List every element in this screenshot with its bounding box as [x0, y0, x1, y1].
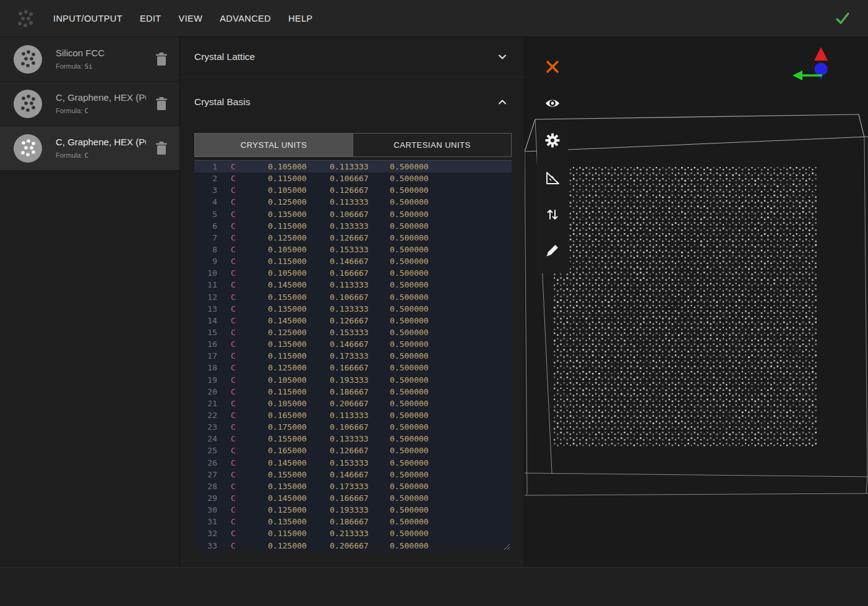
basis-row[interactable]: 20 C 0.115000 0.186667 0.500000: [194, 386, 512, 398]
coord-z: 0.500000: [390, 458, 429, 467]
basis-row[interactable]: 25 C 0.165000 0.126667 0.500000: [194, 445, 512, 456]
basis-table: 1 C 0.105000 0.113333 0.500000 2 C 0.115…: [194, 161, 512, 552]
axes-gizmo[interactable]: [788, 42, 856, 92]
section-crystal-lattice[interactable]: Crystal Lattice: [181, 37, 524, 77]
basis-row[interactable]: 23 C 0.175000 0.106667 0.500000: [194, 421, 512, 433]
material-avatar: [14, 90, 42, 118]
coord-y: 0.106667: [330, 210, 369, 219]
visibility-eye-icon[interactable]: [544, 95, 561, 111]
menu-item[interactable]: INPUT/OUTPUT: [53, 14, 122, 23]
section-title: Crystal Basis: [194, 96, 250, 108]
coord-z: 0.500000: [390, 210, 429, 219]
basis-row[interactable]: 10 C 0.105000 0.166667 0.500000: [194, 267, 512, 279]
coord-z: 0.500000: [390, 493, 429, 503]
element-symbol: C: [231, 375, 237, 385]
material-list-item[interactable]: C, Graphene, HEX (P6/mmm) Formula: C: [0, 126, 179, 171]
chevron-up-icon[interactable]: [497, 96, 508, 108]
basis-row[interactable]: 16 C 0.135000 0.146667 0.500000: [194, 338, 512, 350]
coord-z: 0.500000: [390, 470, 429, 479]
close-icon[interactable]: [544, 59, 561, 75]
menu-item[interactable]: EDIT: [140, 14, 161, 23]
coord-x: 0.135000: [268, 210, 307, 219]
measure-set-square-icon[interactable]: [544, 170, 561, 186]
basis-row[interactable]: 31 C 0.135000 0.186667 0.500000: [194, 516, 512, 527]
basis-row[interactable]: 11 C 0.145000 0.113333 0.500000: [194, 279, 512, 291]
coord-y: 0.153333: [330, 458, 369, 467]
row-number: 25: [194, 446, 217, 455]
basis-row[interactable]: 13 C 0.135000 0.133333 0.500000: [194, 303, 512, 315]
tab-cartesian-units[interactable]: CARTESIAN UNITS: [353, 134, 511, 156]
coord-x: 0.145000: [268, 458, 307, 467]
basis-row[interactable]: 7 C 0.125000 0.126667 0.500000: [194, 232, 512, 244]
basis-row[interactable]: 2 C 0.115000 0.106667 0.500000: [194, 173, 512, 184]
delete-material-button[interactable]: [155, 96, 168, 111]
basis-row[interactable]: 29 C 0.145000 0.166667 0.500000: [194, 492, 512, 504]
sort-vertical-arrows-icon[interactable]: [544, 207, 561, 223]
coord-x: 0.105000: [268, 375, 307, 385]
basis-row[interactable]: 27 C 0.155000 0.146667 0.500000: [194, 469, 512, 480]
coord-x: 0.105000: [268, 162, 307, 171]
element-symbol: C: [231, 446, 237, 455]
edit-pencil-icon[interactable]: [544, 242, 561, 258]
material-formula: Formula: C: [56, 107, 146, 115]
basis-row[interactable]: 33 C 0.125000 0.206667 0.500000: [194, 540, 512, 552]
basis-row[interactable]: 21 C 0.105000 0.206667 0.500000: [194, 398, 512, 409]
basis-row[interactable]: 30 C 0.125000 0.193333 0.500000: [194, 504, 512, 516]
coord-y: 0.113333: [330, 411, 369, 420]
coord-x: 0.155000: [268, 470, 307, 479]
basis-row[interactable]: 17 C 0.115000 0.173333 0.500000: [194, 350, 512, 362]
row-number: 14: [194, 316, 217, 325]
basis-row[interactable]: 14 C 0.145000 0.126667 0.500000: [194, 315, 512, 326]
coord-z: 0.500000: [390, 339, 429, 349]
coord-z: 0.500000: [390, 446, 429, 455]
basis-row[interactable]: 28 C 0.135000 0.173333 0.500000: [194, 480, 512, 492]
basis-row[interactable]: 1 C 0.105000 0.113333 0.500000: [194, 161, 512, 173]
tab-crystal-units[interactable]: CRYSTAL UNITS: [195, 134, 353, 156]
basis-row[interactable]: 9 C 0.115000 0.146667 0.500000: [194, 255, 512, 267]
formula-value: Si: [84, 62, 92, 70]
coord-y: 0.153333: [330, 328, 369, 337]
basis-row[interactable]: 24 C 0.155000 0.133333 0.500000: [194, 433, 512, 445]
material-info: C, Graphene, HEX (P6/mmm) Formula: C: [56, 137, 146, 160]
element-symbol: C: [231, 422, 237, 432]
section-crystal-basis[interactable]: Crystal Basis: [181, 77, 524, 126]
element-symbol: C: [231, 411, 237, 420]
settings-gear-icon[interactable]: [544, 132, 561, 148]
delete-material-button[interactable]: [155, 52, 168, 67]
material-list-item[interactable]: C, Graphene, HEX (P6/mmm) Formula: C: [0, 82, 179, 126]
element-symbol: C: [231, 339, 237, 349]
element-symbol: C: [231, 328, 237, 337]
row-number: 30: [194, 505, 217, 514]
delete-material-button[interactable]: [155, 141, 168, 156]
material-list-item[interactable]: Silicon FCC Formula: Si: [0, 37, 179, 82]
coord-x: 0.115000: [268, 174, 307, 183]
inspector-panel: Crystal Lattice Crystal Basis CRYSTAL UN…: [181, 37, 525, 567]
confirm-check-button[interactable]: [835, 11, 851, 27]
coord-x: 0.125000: [268, 505, 307, 514]
basis-row[interactable]: 12 C 0.155000 0.106667 0.500000: [194, 291, 512, 303]
menu-item[interactable]: HELP: [288, 14, 312, 23]
basis-row[interactable]: 6 C 0.115000 0.133333 0.500000: [194, 220, 512, 232]
resize-grip[interactable]: [504, 544, 510, 550]
basis-row[interactable]: 4 C 0.125000 0.113333 0.500000: [194, 196, 512, 208]
basis-row[interactable]: 8 C 0.105000 0.153333 0.500000: [194, 244, 512, 255]
basis-row[interactable]: 22 C 0.165000 0.113333 0.500000: [194, 409, 512, 421]
basis-row[interactable]: 26 C 0.145000 0.153333 0.500000: [194, 457, 512, 469]
coord-x: 0.125000: [268, 363, 307, 372]
chevron-down-icon[interactable]: [497, 51, 508, 62]
basis-row[interactable]: 19 C 0.105000 0.193333 0.500000: [194, 374, 512, 386]
basis-coordinates-editor[interactable]: 1 C 0.105000 0.113333 0.500000 2 C 0.115…: [194, 160, 512, 552]
coord-x: 0.135000: [268, 339, 307, 349]
basis-row[interactable]: 32 C 0.115000 0.213333 0.500000: [194, 527, 512, 539]
menu-item[interactable]: ADVANCED: [220, 14, 271, 23]
material-avatar: [14, 45, 42, 74]
basis-row[interactable]: 15 C 0.125000 0.153333 0.500000: [194, 326, 512, 338]
row-number: 16: [194, 339, 217, 349]
basis-row[interactable]: 3 C 0.105000 0.126667 0.500000: [194, 184, 512, 196]
menu-item[interactable]: VIEW: [179, 14, 203, 23]
row-number: 23: [194, 422, 217, 432]
basis-row[interactable]: 18 C 0.125000 0.166667 0.500000: [194, 362, 512, 373]
coord-z: 0.500000: [390, 245, 429, 254]
basis-row[interactable]: 5 C 0.135000 0.106667 0.500000: [194, 208, 512, 220]
viewport-3d[interactable]: [525, 37, 868, 567]
